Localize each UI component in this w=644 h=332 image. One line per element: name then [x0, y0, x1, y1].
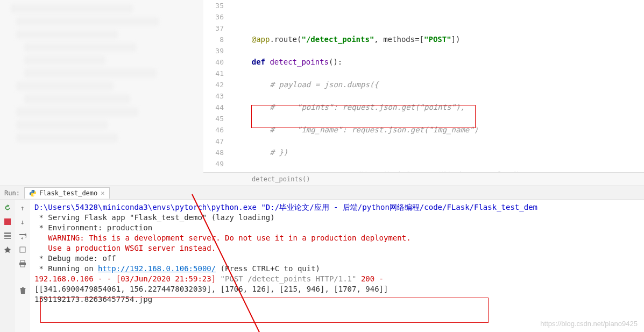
svg-rect-9 — [20, 265, 25, 267]
close-icon[interactable]: × — [101, 189, 104, 197]
svg-rect-2 — [4, 218, 11, 225]
up-button[interactable]: ↑ — [17, 202, 28, 213]
server-url-link[interactable]: http://192.168.0.106:5000/ — [98, 264, 216, 273]
code-lines[interactable]: @app.route("/detect_points", methods=["P… — [230, 0, 644, 172]
line-number-gutter: 35 36 37 8 39 40 41 42 43 44 45 46 47 48… — [203, 0, 230, 172]
file-tree-panel[interactable] — [0, 0, 203, 186]
svg-rect-5 — [4, 238, 11, 239]
python-icon — [29, 189, 37, 197]
rerun-button[interactable] — [2, 202, 13, 213]
pin-button[interactable] — [2, 244, 13, 255]
svg-rect-7 — [20, 260, 25, 263]
breadcrumb: detect_points() — [203, 172, 644, 186]
run-panel: Run: Flask_test_demo × ↑ ↓ — [0, 186, 644, 332]
code-editor[interactable]: 35 36 37 8 39 40 41 42 43 44 45 46 47 48… — [203, 0, 644, 186]
trash-button[interactable] — [17, 285, 28, 296]
console-nav: ↑ ↓ — [15, 200, 30, 332]
svg-rect-4 — [4, 235, 11, 237]
svg-rect-3 — [4, 232, 11, 234]
run-toolbar — [0, 200, 15, 332]
down-button[interactable]: ↓ — [17, 216, 28, 227]
console-output[interactable]: D:\Users\54328\miniconda3\envs\pytorch\p… — [30, 200, 644, 332]
svg-rect-6 — [20, 247, 25, 252]
svg-point-0 — [32, 190, 32, 191]
stop-button[interactable] — [2, 216, 13, 227]
print-button[interactable] — [17, 258, 28, 269]
run-tab-label: Flask_test_demo — [39, 189, 97, 197]
run-header: Run: Flask_test_demo × — [0, 186, 644, 200]
watermark: https://blog.csdn.net/piano9425 — [540, 320, 638, 328]
layout-button[interactable] — [2, 230, 13, 241]
run-label: Run: — [4, 189, 20, 197]
wrap-button[interactable] — [17, 230, 28, 241]
scroll-button[interactable] — [17, 244, 28, 255]
run-tab[interactable]: Flask_test_demo × — [24, 187, 110, 199]
svg-point-1 — [33, 195, 34, 196]
